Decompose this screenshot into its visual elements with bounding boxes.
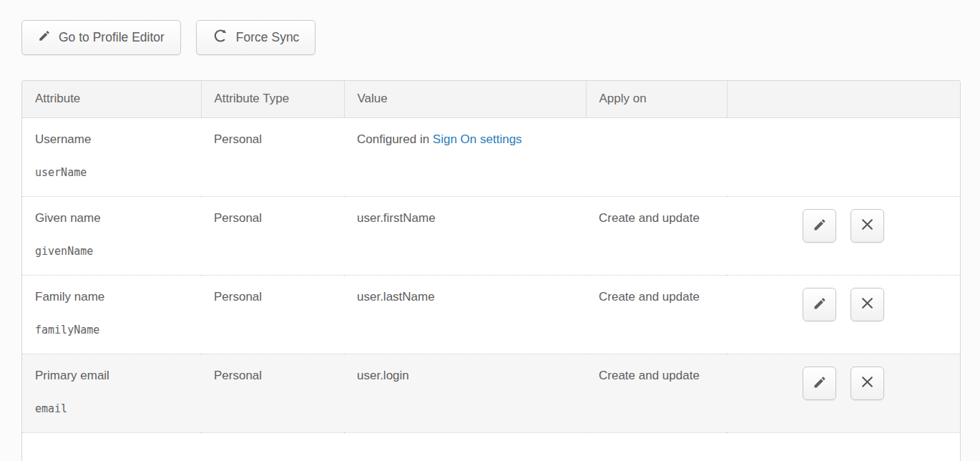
attribute-type-cell: Personal — [201, 196, 344, 275]
delete-attribute-button[interactable] — [851, 367, 884, 400]
value-cell: user.login — [344, 354, 586, 432]
attribute-cell: Given name givenName — [22, 196, 201, 275]
edit-attribute-button[interactable] — [803, 209, 836, 243]
go-to-profile-editor-label: Go to Profile Editor — [59, 30, 165, 45]
pencil-icon — [813, 375, 827, 392]
empty-cell — [22, 432, 960, 461]
attribute-name: Given name — [35, 211, 101, 225]
edit-attribute-button[interactable] — [803, 288, 836, 321]
column-header-actions — [727, 81, 960, 117]
column-header-attribute-type: Attribute Type — [201, 81, 344, 117]
attribute-type-cell: Personal — [201, 117, 344, 196]
apply-on-cell: Create and update — [586, 196, 727, 275]
pencil-icon — [813, 218, 827, 234]
attribute-code: email — [35, 402, 188, 415]
table-row-username: Username userName Personal Configured in… — [22, 117, 960, 196]
attribute-type-cell: Personal — [201, 354, 344, 432]
x-icon — [861, 296, 874, 312]
x-icon — [861, 375, 874, 391]
attribute-name: Primary email — [35, 369, 109, 382]
delete-attribute-button[interactable] — [851, 209, 884, 243]
attribute-code: familyName — [35, 324, 188, 336]
column-header-apply-on: Apply on — [586, 81, 727, 117]
toolbar: Go to Profile Editor Force Sync — [21, 20, 980, 55]
attribute-mapping-table: Attribute Attribute Type Value Apply on … — [21, 80, 961, 461]
attribute-name: Username — [35, 132, 91, 146]
actions-cell — [727, 196, 960, 275]
value-cell: Configured in Sign On settings — [344, 117, 586, 196]
force-sync-button[interactable]: Force Sync — [196, 20, 316, 55]
actions-cell — [727, 354, 960, 432]
attribute-cell: Family name familyName — [22, 275, 201, 354]
apply-on-cell: Create and update — [586, 275, 727, 354]
refresh-icon — [212, 28, 228, 47]
attribute-cell: Username userName — [22, 117, 201, 196]
sign-on-settings-link[interactable]: Sign On settings — [433, 132, 522, 146]
apply-on-cell: Create and update — [586, 354, 727, 432]
pencil-icon — [38, 29, 51, 46]
table-header-row: Attribute Attribute Type Value Apply on — [22, 81, 960, 117]
edit-attribute-button[interactable] — [803, 367, 836, 400]
go-to-profile-editor-button[interactable]: Go to Profile Editor — [21, 20, 181, 55]
value-cell: user.lastName — [344, 275, 586, 354]
table-row-given-name: Given name givenName Personal user.first… — [22, 196, 960, 275]
delete-attribute-button[interactable] — [851, 288, 884, 321]
attribute-code: givenName — [35, 245, 188, 258]
column-header-attribute: Attribute — [22, 81, 201, 117]
actions-cell — [727, 117, 960, 196]
table-row-partial — [22, 432, 960, 461]
apply-on-cell — [586, 117, 727, 196]
column-header-value: Value — [344, 81, 586, 117]
x-icon — [861, 218, 874, 233]
attribute-code: userName — [35, 166, 188, 179]
table-row-primary-email: Primary email email Personal user.login … — [22, 354, 960, 432]
actions-cell — [727, 275, 960, 354]
attribute-type-cell: Personal — [201, 275, 344, 354]
attribute-cell: Primary email email — [22, 354, 201, 432]
pencil-icon — [813, 296, 827, 313]
attribute-name: Family name — [35, 290, 104, 304]
force-sync-label: Force Sync — [236, 30, 300, 45]
table-row-family-name: Family name familyName Personal user.las… — [22, 275, 960, 354]
value-text: Configured in — [357, 132, 433, 146]
value-cell: user.firstName — [344, 196, 586, 275]
